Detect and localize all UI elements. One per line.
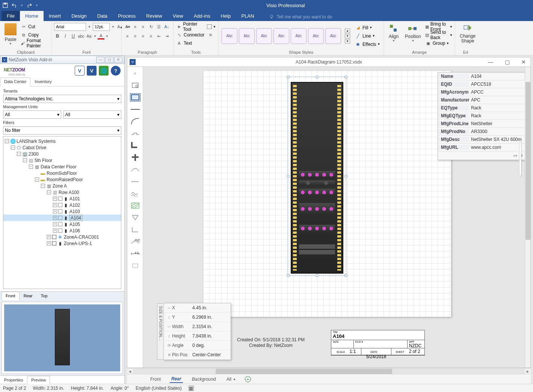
checkbox-icon[interactable]: [58, 203, 62, 207]
bottom-tab-preview[interactable]: Preview: [27, 376, 50, 384]
tree-node-crac[interactable]: +❄ZoneA-CRAC001: [3, 234, 121, 240]
checkbox-icon[interactable]: [58, 209, 62, 213]
tshape-icon[interactable]: [130, 153, 140, 162]
page-tab-rear[interactable]: Rear: [170, 375, 183, 383]
tree-node-rrf[interactable]: −▬RoomRaisedFloor: [3, 176, 121, 183]
pin-icon[interactable]: ↦: [513, 153, 517, 158]
filters-select[interactable]: No filter▾: [3, 126, 121, 135]
preview-tab-top[interactable]: Top: [37, 292, 52, 300]
tree-node-a103[interactable]: +▮A103: [3, 208, 121, 215]
size-position-panel[interactable]: SIZE & POSITION… ↔X4.45 in.↕Y6.2969 in.↔…: [163, 303, 231, 360]
tab-review[interactable]: Review: [141, 11, 168, 21]
doc-close-button[interactable]: ✕: [518, 59, 530, 65]
tenants-select[interactable]: Altima Technologies Inc.▾: [3, 95, 121, 103]
tree-node-2300[interactable]: −🏢2300: [3, 151, 121, 157]
tree-node-a104[interactable]: +▮A104: [3, 215, 121, 221]
scroll-left-icon[interactable]: ◂: [127, 369, 133, 374]
drawing-canvas[interactable]: SIZE & POSITION… ↔X4.45 in.↕Y6.2969 in.↔…: [143, 67, 530, 368]
justify-icon[interactable]: ≡: [148, 33, 154, 39]
stencil-search-icon[interactable]: [130, 81, 140, 89]
align-bottom-icon[interactable]: ≡: [140, 23, 146, 30]
text-tool-button[interactable]: AText: [176, 39, 216, 47]
pointer-tool-button[interactable]: ➤Pointer Tool▼: [176, 23, 216, 31]
hatch-shape-icon[interactable]: [130, 201, 140, 210]
chevron-down-icon[interactable]: ▼: [111, 25, 115, 29]
preview-tab-rear[interactable]: Rear: [20, 292, 37, 300]
shape-style-6[interactable]: Abc: [308, 28, 324, 44]
help-icon[interactable]: ?: [111, 66, 121, 76]
connection-point-icon[interactable]: ✕: [207, 32, 214, 38]
tab-view[interactable]: View: [168, 11, 189, 21]
doc-minimize-button[interactable]: —: [485, 59, 497, 65]
minimize-button[interactable]: —: [96, 57, 104, 63]
bold-icon[interactable]: B: [54, 33, 61, 39]
group-button[interactable]: ▣Group▼: [425, 39, 453, 47]
rack-shape[interactable]: [291, 82, 343, 274]
case-icon[interactable]: Aa: [86, 33, 92, 39]
status-language[interactable]: English (United States): [136, 386, 182, 391]
undo-chevron-icon[interactable]: ▼: [20, 4, 23, 7]
underline-icon[interactable]: U: [70, 33, 77, 39]
gallery-more-icon[interactable]: ▾: [345, 39, 350, 44]
shape-style-2[interactable]: Abc: [239, 28, 255, 44]
align-right-icon[interactable]: ≡: [140, 33, 146, 39]
tab-help[interactable]: Help: [216, 11, 236, 21]
send-to-back-button[interactable]: ▧Send to Back▼: [425, 31, 453, 39]
shape-style-1[interactable]: Abc: [222, 28, 237, 44]
arc-shape-icon[interactable]: [130, 117, 140, 126]
change-shape-button[interactable]: Change Shape: [458, 23, 478, 49]
tree-node-dcf[interactable]: −▦Data Center Floor: [3, 163, 121, 170]
align-left-icon[interactable]: ≡: [124, 33, 131, 39]
line-button[interactable]: ╱Line▼: [355, 32, 380, 40]
qat-customize-icon[interactable]: ▼: [35, 4, 38, 7]
checkbox-icon[interactable]: [58, 229, 62, 233]
shape-style-4[interactable]: Abc: [273, 28, 289, 44]
horizontal-scrollbar[interactable]: ◂ ▸: [127, 368, 531, 374]
save-icon[interactable]: [2, 2, 8, 8]
tree-node-a101[interactable]: +▮A101: [3, 195, 121, 202]
mu-select-2[interactable]: All▾: [63, 110, 122, 119]
selection-box-icon[interactable]: [130, 262, 140, 270]
tab-addins[interactable]: Add-ins: [189, 11, 216, 21]
chevron-down-icon[interactable]: ▼: [106, 35, 109, 38]
addin-tab-inventory[interactable]: Inventory: [30, 77, 56, 86]
direction-icon[interactable]: A↓: [163, 23, 170, 30]
tree-node-ups[interactable]: +▮ZoneA-UPS-1: [3, 240, 121, 247]
font-color-icon[interactable]: A: [98, 33, 104, 39]
rectangle-shape-icon[interactable]: [130, 93, 140, 101]
effects-button[interactable]: ◉Effects▼: [355, 40, 380, 48]
vertical-scrollbar[interactable]: [525, 67, 531, 368]
strikethrough-icon[interactable]: abc: [78, 33, 85, 39]
scroll-right-icon[interactable]: ▸: [525, 369, 531, 374]
cut-button[interactable]: ✂Cut: [20, 23, 49, 31]
wave-shape-icon[interactable]: [130, 189, 140, 198]
tab-file[interactable]: File: [2, 11, 20, 21]
tree-node-root[interactable]: −🌐LANShark Systems: [3, 138, 121, 144]
tree-node-zonea[interactable]: −▦Zone A: [3, 183, 121, 189]
checkbox-icon[interactable]: [52, 235, 56, 239]
dots-shape-icon[interactable]: [130, 177, 140, 186]
chevron-down-icon[interactable]: ▼: [213, 25, 216, 29]
tree-node-a102[interactable]: +▮A102: [3, 202, 121, 208]
close-button[interactable]: ✕: [114, 57, 122, 63]
checkbox-icon[interactable]: [58, 197, 62, 201]
redo-icon[interactable]: [26, 2, 32, 8]
tab-process[interactable]: Process: [113, 11, 141, 21]
shape-data-panel[interactable]: SHAPE DATA - AR3300 (REAR) NameA104EQIDA…: [438, 72, 526, 160]
bottom-tab-properties[interactable]: Properties: [0, 376, 27, 384]
add-page-button[interactable]: +: [245, 376, 251, 382]
position-button[interactable]: Position ▼: [403, 23, 423, 49]
datacenter-tree[interactable]: −🌐LANShark Systems −⬠Cabot Drive −🏢2300 …: [3, 136, 121, 289]
mu-select-1[interactable]: All▾: [3, 110, 61, 119]
shape-style-7[interactable]: Abc: [325, 28, 341, 44]
align-center-icon[interactable]: ≡: [132, 33, 139, 39]
tree-node-row[interactable]: −▥Row A100: [3, 189, 121, 195]
tellme-search[interactable]: Tell me what you want to do: [264, 13, 337, 21]
triangle-shape-icon[interactable]: [130, 213, 140, 222]
tree-node-a106[interactable]: +▮A106: [3, 227, 121, 234]
tab-data[interactable]: Data: [92, 11, 113, 21]
visio-file-icon[interactable]: V: [75, 66, 85, 76]
paste-button[interactable]: Paste ▼: [2, 23, 19, 49]
tree-node-a105[interactable]: +▮A105: [3, 221, 121, 227]
checkbox-icon[interactable]: [52, 241, 56, 245]
